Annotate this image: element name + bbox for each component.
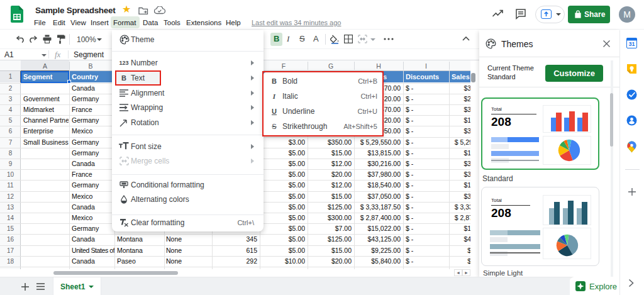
svg-text:31: 31 [628,41,635,47]
